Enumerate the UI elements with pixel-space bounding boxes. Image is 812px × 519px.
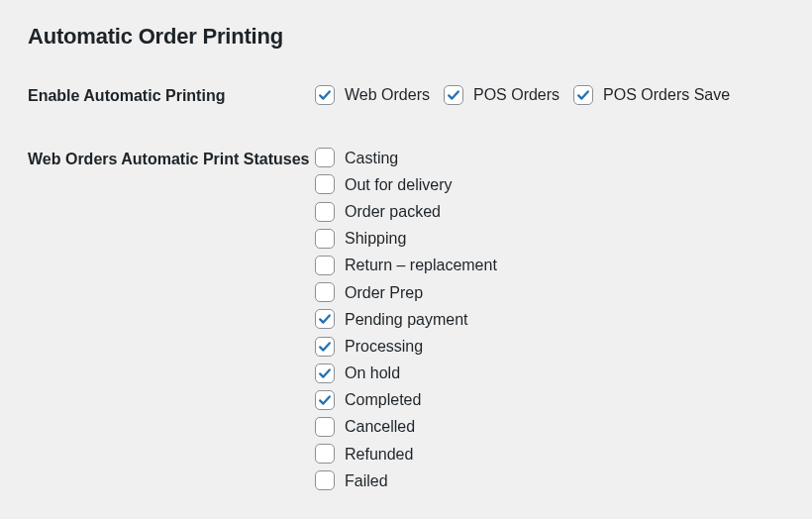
section-title: Automatic Order Printing: [28, 24, 784, 50]
fields.statuses-option[interactable]: Casting: [315, 147, 784, 169]
checkbox-label: Cancelled: [345, 415, 415, 438]
check-icon: [317, 87, 333, 103]
check-icon: [317, 311, 333, 327]
fields.statuses-option[interactable]: Processing: [315, 335, 784, 358]
checkbox-label: Order packed: [345, 200, 441, 223]
checkbox[interactable]: [573, 85, 593, 105]
enable-automatic-printing-options: Web OrdersPOS OrdersPOS Orders Save: [315, 83, 784, 106]
checkbox[interactable]: [315, 444, 335, 464]
fields.statuses-option[interactable]: Failed: [315, 469, 784, 492]
checkbox[interactable]: [315, 390, 335, 410]
checkbox-label: Refunded: [345, 443, 413, 466]
checkbox-label: Pending payment: [345, 308, 468, 331]
checkbox-label: Failed: [345, 469, 388, 492]
checkbox[interactable]: [315, 337, 335, 357]
fields.enable-option[interactable]: POS Orders Save: [573, 83, 730, 106]
enable-automatic-printing-row: Enable Automatic Printing Web OrdersPOS …: [28, 83, 784, 107]
checkbox-label: On hold: [345, 362, 400, 384]
fields.statuses-option[interactable]: Pending payment: [315, 308, 784, 331]
check-icon: [317, 339, 333, 355]
fields.enable-option[interactable]: Web Orders: [315, 83, 430, 106]
checkbox-label: Shipping: [345, 227, 406, 250]
fields.statuses-option[interactable]: Order packed: [315, 200, 784, 223]
fields.statuses-option[interactable]: Cancelled: [315, 415, 784, 438]
checkbox-label: Web Orders: [345, 83, 430, 106]
checkbox-label: Order Prep: [345, 281, 423, 304]
checkbox[interactable]: [315, 229, 335, 249]
fields.statuses-option[interactable]: Order Prep: [315, 281, 784, 304]
fields.statuses-option[interactable]: Shipping: [315, 227, 784, 250]
checkbox[interactable]: [315, 470, 335, 490]
checkbox[interactable]: [315, 174, 335, 194]
checkbox-label: Completed: [345, 388, 421, 411]
fields.statuses-option[interactable]: Completed: [315, 388, 784, 411]
check-icon: [317, 392, 333, 408]
fields.enable-option[interactable]: POS Orders: [444, 83, 559, 106]
print-statuses-row: Web Orders Automatic Print Statuses Cast…: [28, 147, 784, 492]
fields.statuses-option[interactable]: Refunded: [315, 443, 784, 466]
checkbox[interactable]: [315, 256, 335, 275]
check-icon: [575, 87, 591, 103]
checkbox[interactable]: [315, 85, 335, 105]
checkbox-label: POS Orders: [473, 83, 559, 106]
checkbox-label: Return – replacement: [345, 254, 497, 276]
fields.statuses-option[interactable]: Out for delivery: [315, 173, 784, 196]
checkbox-label: POS Orders Save: [603, 83, 730, 106]
checkbox[interactable]: [315, 417, 335, 437]
checkbox[interactable]: [315, 148, 335, 167]
enable-automatic-printing-label: Enable Automatic Printing: [28, 83, 315, 107]
check-icon: [317, 365, 333, 381]
checkbox[interactable]: [315, 202, 335, 222]
checkbox-label: Out for delivery: [345, 173, 452, 196]
checkbox[interactable]: [315, 363, 335, 383]
checkbox[interactable]: [315, 309, 335, 329]
print-statuses-label: Web Orders Automatic Print Statuses: [28, 147, 315, 170]
print-statuses-options: CastingOut for deliveryOrder packedShipp…: [315, 147, 784, 492]
checkbox-label: Processing: [345, 335, 423, 358]
check-icon: [446, 87, 461, 103]
checkbox[interactable]: [315, 282, 335, 302]
fields.statuses-option[interactable]: On hold: [315, 362, 784, 384]
checkbox-label: Casting: [345, 147, 398, 169]
fields.statuses-option[interactable]: Return – replacement: [315, 254, 784, 276]
checkbox[interactable]: [444, 85, 463, 105]
